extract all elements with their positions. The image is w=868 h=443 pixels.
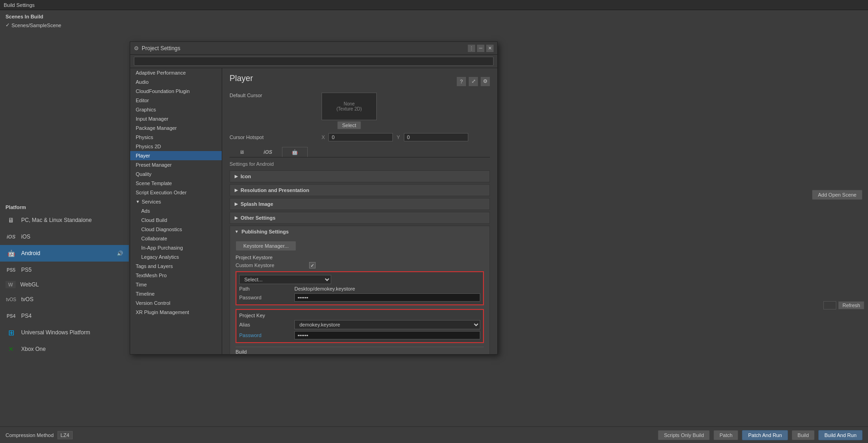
nav-item-player[interactable]: Player (130, 151, 222, 160)
player-expand-button[interactable]: ⤢ (469, 77, 478, 86)
platform-item-tvos[interactable]: tvOS tvOS (0, 291, 129, 308)
scenes-in-build-section: Scenes In Build ✓ Scenes/SampleScene (0, 10, 868, 33)
publishing-header[interactable]: ▼ Publishing Settings (230, 226, 489, 237)
minimize-window-button[interactable]: ─ (477, 45, 484, 52)
desktop-tab-icon: 🖥 (239, 149, 244, 155)
nav-item-versioncontrol[interactable]: Version Control (130, 298, 222, 308)
build-section-header: Build (236, 347, 484, 354)
player-help-button[interactable]: ? (457, 77, 466, 86)
x-label: X (322, 134, 325, 140)
refresh-button[interactable]: Refresh (838, 301, 864, 309)
other-settings-header[interactable]: ▶ Other Settings (230, 212, 489, 223)
platform-item-pc[interactable]: 🖥 PC, Mac & Linux Standalone (0, 212, 129, 228)
platform-item-ps4[interactable]: PS4 PS4 (0, 308, 129, 324)
nav-item-presetmanager[interactable]: Preset Manager (130, 160, 222, 169)
nav-item-quality[interactable]: Quality (130, 169, 222, 179)
nav-item-tagsandlayers[interactable]: Tags and Layers (130, 262, 222, 271)
resolution-section: ▶ Resolution and Presentation (230, 184, 490, 196)
project-key-section: Project Key Alias demokey.keystore Passw… (236, 309, 484, 343)
close-window-button[interactable]: ✕ (486, 45, 494, 52)
player-title: Player (230, 74, 253, 83)
ks-password-input[interactable] (294, 293, 480, 302)
platform-item-uwp[interactable]: ⊞ Universal Windows Platform (0, 324, 129, 341)
tab-android[interactable]: 🤖 (282, 147, 308, 157)
nav-item-collaborate[interactable]: Collaborate (130, 234, 222, 243)
platform-label-ps5: PS5 (21, 267, 123, 273)
ps-body: Adaptive Performance Audio CloudFoundati… (130, 68, 497, 354)
alias-select[interactable]: demokey.keystore (294, 320, 480, 329)
nav-item-cloudfoundation[interactable]: CloudFoundation Plugin (130, 87, 222, 96)
ps4-icon: PS4 (6, 310, 17, 321)
path-label: Path (239, 286, 294, 291)
nav-item-scenetemplate[interactable]: Scene Template (130, 179, 222, 188)
scene-item[interactable]: ✓ Scenes/SampleScene (6, 21, 862, 29)
nav-item-legacy[interactable]: Legacy Analytics (130, 252, 222, 262)
platform-item-xbox[interactable]: ✕ Xbox One (0, 341, 129, 357)
platform-label-tvos: tvOS (21, 296, 123, 303)
add-open-scene-button[interactable]: Add Open Scene (812, 190, 862, 200)
nav-item-inputmanager[interactable]: Input Manager (130, 114, 222, 123)
nav-item-inapp[interactable]: In-App Purchasing (130, 243, 222, 252)
bottom-bar-left: Compression Method LZ4 (6, 431, 654, 439)
patch-and-run-button[interactable]: Patch And Run (742, 430, 788, 440)
nav-item-physics[interactable]: Physics (130, 133, 222, 142)
nav-item-editor[interactable]: Editor (130, 96, 222, 105)
icon-section: ▶ Icon (230, 170, 490, 182)
custom-keystore-checkbox[interactable]: ✓ (309, 262, 316, 268)
y-label: Y (397, 134, 400, 140)
project-keystore-title: Project Keystore (236, 255, 484, 260)
nav-item-xrplugin[interactable]: XR Plugin Management (130, 308, 222, 317)
other-arrow-icon: ▶ (235, 216, 238, 220)
nav-item-packagemanager[interactable]: Package Manager (130, 123, 222, 133)
platform-label-pc: PC, Mac & Linux Standalone (21, 217, 123, 223)
window-title: Build Settings (4, 2, 34, 8)
nav-item-ads[interactable]: Ads (130, 206, 222, 216)
player-action-icons: ? ⤢ ⚙ (457, 77, 490, 86)
nav-item-physics2d[interactable]: Physics 2D (130, 142, 222, 151)
pk-password-input[interactable] (294, 331, 480, 339)
ps-nav: Adaptive Performance Audio CloudFoundati… (130, 68, 222, 354)
build-and-run-button[interactable]: Build And Run (818, 430, 862, 440)
resolution-section-header[interactable]: ▶ Resolution and Presentation (230, 185, 489, 196)
nav-item-clouddiagnostics[interactable]: Cloud Diagnostics (130, 225, 222, 234)
platform-title: Platform (0, 203, 129, 212)
ios-tab-label: iOS (264, 149, 272, 155)
x-input[interactable] (328, 133, 393, 141)
nav-item-time[interactable]: Time (130, 280, 222, 289)
build-button[interactable]: Build (792, 430, 815, 440)
more-options-button[interactable]: ⋮ (468, 45, 475, 52)
xbox-icon: ✕ (6, 344, 17, 355)
cursor-select-button[interactable]: Select (337, 121, 362, 129)
nav-item-textmeshpro[interactable]: TextMesh Pro (130, 271, 222, 280)
scripts-only-build-button[interactable]: Scripts Only Build (658, 430, 710, 440)
platform-item-ios[interactable]: iOS iOS (0, 228, 129, 245)
player-settings-button[interactable]: ⚙ (481, 77, 490, 86)
pk-password-field-label: Password (239, 332, 294, 338)
nav-item-cloudbuild[interactable]: Cloud Build (130, 216, 222, 225)
tab-desktop[interactable]: 🖥 (230, 147, 254, 157)
nav-item-audio[interactable]: Audio (130, 77, 222, 87)
platform-item-android[interactable]: 🤖 Android 🔊 (0, 245, 129, 262)
nav-item-scriptexecution[interactable]: Script Execution Order (130, 188, 222, 197)
ks-password-row: Password (239, 293, 480, 302)
y-input[interactable] (404, 133, 468, 141)
refresh-dropdown[interactable] (823, 301, 836, 309)
keystore-select-dropdown[interactable]: Select... (239, 275, 331, 284)
patch-button[interactable]: Patch (713, 430, 738, 440)
default-cursor-row: Default Cursor None (Texture 2D) Select (230, 93, 490, 129)
nav-item-services[interactable]: ▼ Services (130, 197, 222, 206)
cursor-none-text: None (344, 101, 355, 106)
cursor-preview: None (Texture 2D) Select (322, 93, 377, 129)
icon-section-header[interactable]: ▶ Icon (230, 171, 489, 182)
platform-item-ps5[interactable]: PS5 PS5 (0, 262, 129, 278)
platform-item-webgl[interactable]: W WebGL (0, 278, 129, 291)
tab-ios[interactable]: iOS (254, 147, 282, 157)
nav-item-graphics[interactable]: Graphics (130, 105, 222, 114)
services-label: Services (142, 199, 161, 204)
splash-section-header[interactable]: ▶ Splash Image (230, 198, 489, 210)
keystore-manager-button[interactable]: Keystore Manager... (236, 241, 296, 251)
platform-label-android: Android (21, 250, 117, 256)
nav-item-adaptive[interactable]: Adaptive Performance (130, 68, 222, 77)
nav-item-timeline[interactable]: Timeline (130, 289, 222, 298)
ps-search-input[interactable] (134, 57, 494, 66)
